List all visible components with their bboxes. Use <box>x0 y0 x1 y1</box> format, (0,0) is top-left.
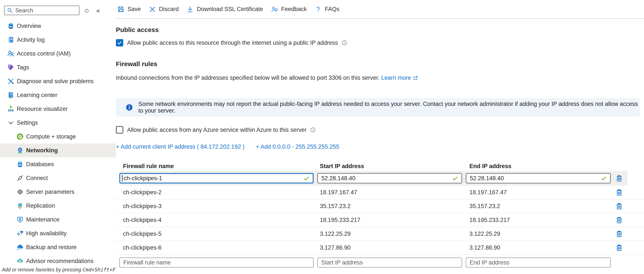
sidebar-item-diagnose-and-solve-problems[interactable]: Diagnose and solve problems <box>0 74 116 88</box>
key-f: F <box>112 267 116 272</box>
valid-check-icon <box>600 175 607 181</box>
download-ssl-certificate-button[interactable]: Download SSL Certificate <box>186 6 270 13</box>
sidebar-item-high-availability[interactable]: High availability <box>0 226 116 240</box>
collapse-sidebar-icon[interactable]: « <box>96 7 100 14</box>
sidebar-item-overview[interactable]: MyOverview <box>0 19 116 33</box>
sidebar-item-networking[interactable]: Networking <box>0 143 116 157</box>
info-filled-icon <box>126 104 133 111</box>
rule-name-input[interactable] <box>119 173 314 183</box>
sidebar-item-resource-visualizer[interactable]: Resource visualizer <box>0 102 116 116</box>
discard-button[interactable]: Discard <box>149 6 186 13</box>
rule-name-cell: ch-clickpipes-2 <box>119 189 314 196</box>
delete-rule-button[interactable] <box>614 173 624 183</box>
public-access-checkbox[interactable] <box>116 39 123 47</box>
info-icon[interactable] <box>310 127 316 133</box>
sidebar-item-activity-log[interactable]: Activity log <box>0 33 116 47</box>
sidebar-item-label: Networking <box>26 147 58 154</box>
delete-rule-button[interactable] <box>614 229 624 238</box>
add-all-ips-link[interactable]: + Add 0.0.0.0 - 255.255.255.255 <box>256 143 339 150</box>
column-header-rule-name: Firewall rule name <box>119 163 314 170</box>
mysql-icon: My <box>7 22 14 30</box>
sidebar-item-label: Resource visualizer <box>17 106 68 112</box>
sidebar-item-maintenance[interactable]: Maintenance <box>0 213 116 226</box>
sidebar-item-backup-and-restore[interactable]: Backup and restore <box>0 240 116 254</box>
delete-rule-button[interactable] <box>614 215 624 225</box>
rule-name-input-wrap <box>119 173 314 183</box>
svg-text:101: 101 <box>10 93 13 95</box>
sidebar: ◇ « MyOverviewActivity logAccess control… <box>0 0 116 274</box>
svg-text:My: My <box>9 25 12 28</box>
sidebar-item-label: Connect <box>26 175 48 181</box>
table-header-row: Firewall rule name Start IP address End … <box>116 161 644 171</box>
key-shift: Shift <box>94 267 110 272</box>
end-ip-input-wrap <box>466 173 611 183</box>
sidebar-item-databases[interactable]: DBDatabases <box>0 157 116 171</box>
maintenance-icon <box>16 216 24 223</box>
svg-text:$: $ <box>20 135 21 138</box>
sidebar-item-learning-center[interactable]: 101Learning center <box>0 88 116 102</box>
save-icon <box>117 6 124 13</box>
end-ip-cell: 18.197.167.47 <box>466 189 611 196</box>
sidebar-item-access-control-iam[interactable]: Access control (IAM) <box>0 47 116 61</box>
azure-networking-page: ◇ « MyOverviewActivity logAccess control… <box>0 0 644 274</box>
new-rule-start-ip-input[interactable] <box>317 257 462 267</box>
new-rule-end-ip-input[interactable] <box>466 257 611 267</box>
sidebar-item-label: Maintenance <box>26 216 60 223</box>
sidebar-item-settings[interactable]: Settings <box>0 116 116 130</box>
rule-name-cell: ch-clickpipes-3 <box>119 203 314 210</box>
add-client-ip-link[interactable]: + Add current client IP address ( 84.172… <box>116 143 244 150</box>
firewall-rule-row: ch-clickpipes-63.127.86.903.127.86.90 <box>116 241 644 255</box>
networking-icon <box>16 147 24 154</box>
end-ip-cell: 18.195.233.217 <box>466 217 611 223</box>
sidebar-item-tags[interactable]: Tags <box>0 61 116 74</box>
firewall-rule-row: ch-clickpipes-218.197.167.4718.197.167.4… <box>116 186 644 199</box>
firewall-rule-row: ch-clickpipes-335.157.23.235.157.23.2 <box>116 199 644 213</box>
feedback-button[interactable]: Feedback <box>271 6 313 13</box>
sidebar-item-label: High availability <box>26 230 67 237</box>
sidebar-item-label: Advisor recommendations <box>26 258 94 264</box>
firewall-rule-row: ch-clickpipes-53.122.25.293.122.25.29 <box>116 227 644 241</box>
feedback-icon <box>271 6 278 13</box>
sidebar-item-advisor-recommendations[interactable]: Advisor recommendations <box>0 254 116 268</box>
toolbar-button-label: Download SSL Certificate <box>197 6 263 13</box>
sidebar-item-compute-storage[interactable]: $Compute + storage <box>0 130 116 143</box>
compute-storage-icon: $ <box>16 133 24 140</box>
sidebar-item-connect[interactable]: Connect <box>0 171 116 185</box>
advisor-icon <box>16 257 24 265</box>
sidebar-item-label: Learning center <box>17 92 58 99</box>
start-ip-cell: 3.127.86.90 <box>317 244 462 251</box>
start-ip-cell: 18.197.167.47 <box>317 189 462 196</box>
save-button[interactable]: Save <box>117 6 148 13</box>
toolbar-button-label: Feedback <box>281 6 307 13</box>
sidebar-item-label: Diagnose and solve problems <box>17 78 94 85</box>
info-icon[interactable] <box>342 40 348 46</box>
public-access-checkbox-label: Allow public access to this resource thr… <box>127 40 338 46</box>
column-header-start-ip: Start IP address <box>317 163 462 170</box>
start-ip-input[interactable] <box>317 173 462 183</box>
learn-more-link[interactable]: Learn more <box>381 75 411 81</box>
favorites-note-text: Add or remove favorites by pressing <box>2 267 83 272</box>
delete-rule-button[interactable] <box>614 243 624 252</box>
search-box <box>4 6 80 15</box>
firewall-rule-row: ch-clickpipes-418.195.233.21718.195.233.… <box>116 213 644 227</box>
main-content: SaveDiscardDownload SSL CertificateFeedb… <box>116 0 644 274</box>
toolbar-button-label: FAQs <box>325 6 340 13</box>
azure-services-checkbox[interactable] <box>116 126 123 134</box>
diagnose-icon <box>7 78 14 85</box>
connect-icon <box>16 174 24 182</box>
end-ip-input[interactable] <box>466 173 611 183</box>
faqs-button[interactable]: FAQs <box>314 6 346 13</box>
sidebar-item-server-parameters[interactable]: Server parameters <box>0 185 116 199</box>
column-header-end-ip: End IP address <box>466 163 611 170</box>
diamond-icon[interactable]: ◇ <box>84 8 89 13</box>
delete-rule-button[interactable] <box>614 201 624 211</box>
search-input[interactable] <box>15 7 79 14</box>
start-ip-cell: 3.122.25.29 <box>317 230 462 237</box>
sidebar-nav: MyOverviewActivity logAccess control (IA… <box>0 19 116 268</box>
command-bar: SaveDiscardDownload SSL CertificateFeedb… <box>116 0 644 19</box>
delete-rule-button[interactable] <box>614 188 624 197</box>
faq-icon <box>314 6 322 13</box>
sidebar-item-replication[interactable]: Replication <box>0 199 116 213</box>
new-rule-name-input[interactable] <box>119 257 314 267</box>
sidebar-search-row: ◇ « <box>4 6 116 15</box>
